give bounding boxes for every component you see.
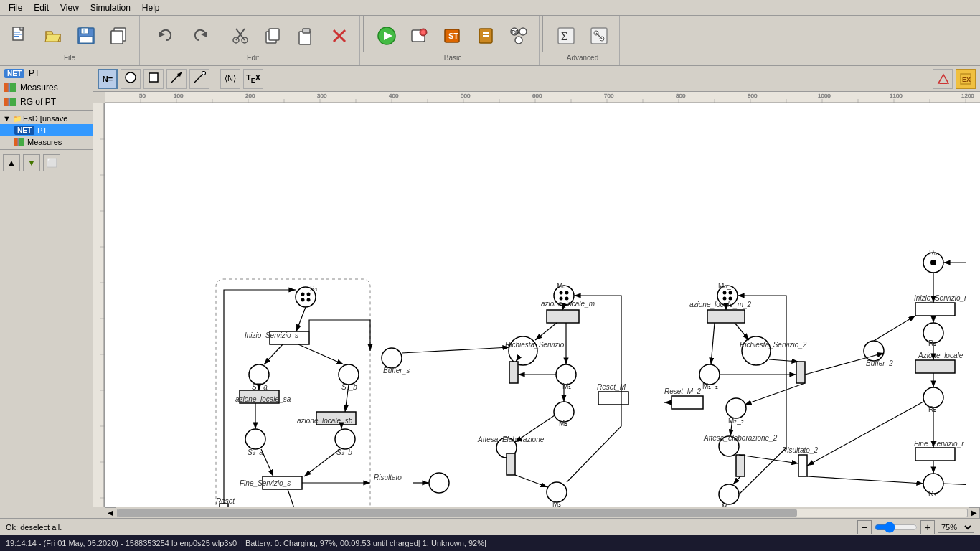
panel-measures-top[interactable]: Measures [0, 80, 93, 95]
rg-icon [4, 98, 16, 106]
canvas-scroll[interactable]: S₁ Inizio_Servizio_s S₁_a S₁_b [105, 103, 980, 507]
step-button[interactable]: ST [437, 20, 468, 52]
tool-transition[interactable] [143, 69, 164, 89]
main-area: NET PT Measures RG of PT ▼ 📁 EsD [unsave… [0, 66, 980, 518]
net-badge: NET [4, 69, 24, 78]
toolbar-sep-2 [363, 16, 364, 52]
run-button[interactable] [371, 20, 402, 52]
svg-text:Risultato: Risultato [374, 474, 402, 481]
sigma-button[interactable]: Σ [550, 20, 582, 52]
svg-text:Reset: Reset [216, 497, 235, 505]
svg-text:Fine_Servizio_r: Fine_Servizio_r [914, 440, 964, 448]
tex-label: TEX [246, 73, 260, 84]
svg-text:500: 500 [461, 93, 471, 99]
svg-line-170 [711, 323, 715, 364]
menu-view[interactable]: View [55, 1, 85, 14]
name-label: ⟨N⟩ [225, 74, 236, 83]
svg-text:700: 700 [604, 93, 614, 99]
svg-text:200: 200 [245, 93, 255, 99]
svg-text:S₁: S₁ [310, 285, 318, 293]
clear-button[interactable] [933, 69, 953, 89]
svg-point-162 [723, 297, 727, 301]
zoom-dropdown[interactable]: 50% 75% 100% 125% 150% [938, 522, 974, 533]
copy-net-button[interactable] [103, 20, 135, 52]
svg-point-47 [126, 72, 136, 83]
tool-tex[interactable]: TEX [243, 69, 263, 89]
tool-inhibitor[interactable] [189, 69, 209, 89]
svg-point-113 [307, 298, 311, 302]
transition-inizio-servizio-r [915, 303, 955, 316]
rg-button[interactable]: RG [503, 20, 534, 52]
menu-file[interactable]: File [3, 1, 28, 14]
undo-button[interactable] [151, 20, 182, 52]
svg-text:Inizio_Servizio_s: Inizio_Servizio_s [245, 331, 298, 339]
svg-point-52 [202, 72, 206, 75]
hscroll-thumb[interactable] [118, 509, 797, 517]
canvas-area: N= [93, 66, 980, 518]
svg-text:Fine_Servizio_s: Fine_Servizio_s [240, 479, 291, 487]
hscroll-track[interactable] [117, 509, 968, 517]
save-button[interactable] [70, 20, 102, 52]
place-m3 [547, 482, 567, 502]
svg-line-131 [304, 449, 340, 476]
tree-root-label: EsD [unsave [23, 114, 67, 123]
zoom-decrease[interactable]: − [857, 520, 872, 534]
scroll-right[interactable]: ▶ [969, 507, 980, 519]
svg-line-200 [807, 402, 923, 466]
panel-divider [0, 110, 93, 111]
delete-button[interactable] [324, 20, 355, 52]
place-s1b [339, 364, 359, 385]
transition-reset-m-2 [672, 396, 703, 409]
svg-text:Inizio_Servizio_r: Inizio_Servizio_r [914, 294, 966, 302]
transition-risultato-2 [798, 455, 807, 476]
svg-point-183 [930, 260, 936, 265]
hscrollbar[interactable]: ◀ ▶ [105, 507, 980, 518]
tool-select[interactable]: N= [98, 69, 118, 89]
zoom-increase[interactable]: + [920, 520, 935, 534]
redo-button[interactable] [184, 20, 215, 52]
copy-button[interactable] [258, 20, 289, 52]
advanced2-button[interactable] [583, 20, 615, 52]
svg-text:M₁_₂: M₁_₂ [702, 382, 718, 390]
svg-text:50: 50 [139, 93, 146, 99]
tool-place[interactable] [121, 69, 141, 89]
transition-azione-m2 [707, 310, 745, 323]
menu-edit[interactable]: Edit [28, 1, 55, 14]
open-button[interactable] [37, 20, 69, 52]
transition-rs2-buf2 [796, 362, 805, 383]
add-item-button[interactable]: ⬜ [43, 154, 60, 171]
canvas-with-rulers: 50 100 200 300 400 500 600 700 [93, 92, 980, 518]
cut-button[interactable] [225, 20, 256, 52]
move-up-button[interactable]: ▲ [3, 154, 20, 171]
move-down-button[interactable]: ▼ [23, 154, 40, 171]
record-button[interactable] [404, 20, 435, 52]
tree-measures[interactable]: Measures [0, 136, 93, 148]
tool-name[interactable]: ⟨N⟩ [220, 69, 240, 89]
tree-net-pt[interactable]: NET PT [0, 124, 93, 136]
svg-text:100: 100 [174, 93, 184, 99]
transition-azione-locale [915, 360, 955, 373]
panel-net-pt[interactable]: NET PT [0, 66, 93, 80]
place-s1a [249, 364, 269, 385]
tool-arc[interactable] [166, 69, 187, 89]
panel-rg-pt[interactable]: RG of PT [0, 95, 93, 109]
tree-root[interactable]: ▼ 📁 EsD [unsave [0, 113, 93, 124]
svg-rect-19 [269, 29, 279, 40]
system-status-text: 19:14:14 - (Fri 01 May, 05.2020) - 15883… [6, 539, 486, 547]
scroll-left[interactable]: ◀ [105, 507, 116, 519]
menu-help[interactable]: Help [136, 1, 166, 14]
svg-text:azione_locale_m: azione_locale_m [541, 300, 595, 308]
new-button[interactable] [4, 20, 36, 52]
canvas-toolbar: N= [93, 66, 980, 92]
svg-text:R₀: R₀ [929, 249, 937, 257]
paste-button[interactable] [291, 20, 322, 52]
fire-button[interactable] [470, 20, 501, 52]
menubar: File Edit View Simulation Help [0, 0, 980, 16]
menu-simulation[interactable]: Simulation [85, 1, 136, 14]
export-button[interactable]: EX [956, 69, 976, 89]
svg-text:Buffer_2: Buffer_2 [866, 359, 893, 367]
svg-point-111 [307, 293, 311, 296]
svg-line-180 [739, 455, 798, 463]
zoom-slider[interactable] [875, 524, 918, 530]
transition-icon [147, 71, 160, 86]
